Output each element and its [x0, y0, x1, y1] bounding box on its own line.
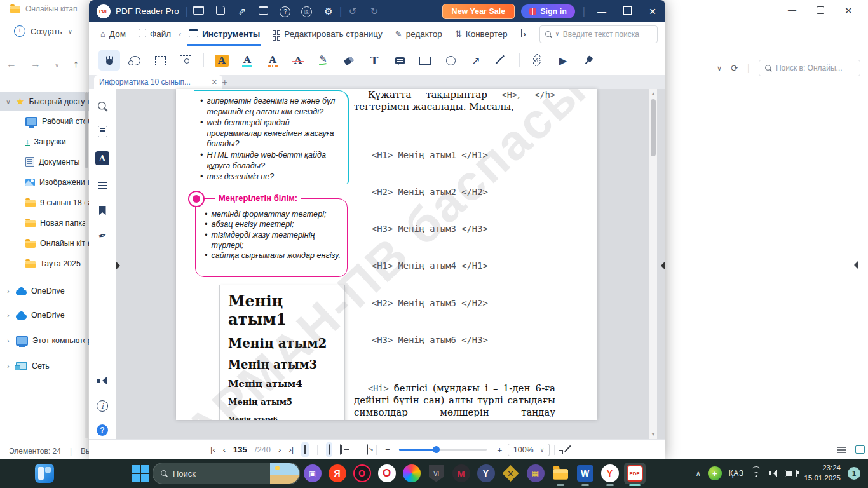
eraser-icon[interactable] [338, 50, 360, 71]
taskbar-app-yandex-services[interactable]: Y [475, 463, 497, 484]
password-key-icon[interactable]: ⚿ [296, 5, 318, 18]
hand-tool-icon[interactable] [98, 50, 120, 71]
search-panel-icon[interactable] [89, 97, 116, 116]
keyboard-language[interactable]: ҚАЗ [729, 469, 744, 478]
play-media-icon[interactable]: ▶ [552, 50, 574, 71]
menu-home[interactable]: ⌂ Дом [94, 22, 132, 46]
details-view-icon[interactable] [837, 447, 846, 448]
antivirus-tray-icon[interactable]: + [708, 466, 722, 480]
widgets-button[interactable] [34, 463, 55, 484]
sidebar-item-quick-access[interactable]: ∨ ★ Быстрый доступ [0, 92, 94, 111]
menu-scroll-right-icon[interactable]: › [522, 30, 527, 39]
redo-icon[interactable]: ↻ [363, 6, 385, 17]
pin-stamp-icon[interactable] [578, 50, 599, 71]
tray-chevron-up-icon[interactable]: ∧ [696, 470, 701, 478]
multi-page-view-icon[interactable] [349, 445, 349, 454]
taskbar-app-yandex-browser[interactable]: Y [599, 463, 621, 484]
settings-gear-icon[interactable]: ⚙ [318, 6, 339, 17]
taskbar-app-pdf-reader[interactable]: PDF [624, 463, 646, 484]
sidebar-item-onedrive-1[interactable]: › OneDrive [0, 281, 94, 301]
support-help-icon[interactable]: ? [89, 421, 116, 440]
left-panel-expand-icon[interactable] [116, 262, 124, 269]
taskbar-app-clan[interactable]: ✕ [500, 463, 522, 484]
notification-badge[interactable]: 1 [848, 467, 860, 480]
search-highlight-image[interactable] [270, 463, 299, 484]
taskbar-search[interactable]: Поиск [153, 463, 300, 484]
fit-width-icon[interactable] [301, 442, 309, 457]
taskbar-app-video-call[interactable]: ▣ [302, 463, 323, 484]
menu-converter[interactable]: ⇅ Конвертер [449, 22, 514, 46]
presentation-mode-icon[interactable] [367, 445, 368, 454]
scrollbar-thumb[interactable] [651, 99, 656, 156]
info-icon[interactable]: i [89, 396, 116, 416]
taskbar-app-opera-gx[interactable]: O [351, 463, 373, 484]
zoom-level-select[interactable]: 100% ∨ [508, 444, 550, 456]
close-icon[interactable]: ✕ [640, 6, 665, 17]
next-page-icon[interactable]: › [278, 445, 281, 454]
create-button[interactable]: + Создать ∨ [14, 25, 73, 37]
menu-scroll-left-icon[interactable]: ‹ [177, 30, 182, 39]
link-tool-icon[interactable] [527, 50, 548, 71]
taskbar-app-photos[interactable] [401, 463, 423, 484]
sign-in-button[interactable]: Sign in [521, 4, 575, 18]
zoom-slider[interactable] [399, 449, 487, 451]
minimize-icon[interactable]: — [589, 6, 614, 17]
share-icon[interactable]: ⇗ [231, 6, 253, 17]
taskbar-app-opera[interactable]: O [376, 463, 398, 484]
arrow-tool-icon[interactable]: ↗ [465, 50, 487, 71]
underline-tool-icon[interactable]: A [236, 50, 258, 71]
menu-edit-page[interactable]: Редактировать страницу [266, 22, 388, 46]
zoom-area-icon[interactable] [175, 50, 196, 71]
up-icon[interactable]: ↑ [73, 58, 78, 70]
sidebar-item-network[interactable]: › Сеть [0, 356, 94, 376]
prev-page-icon[interactable]: ‹ [223, 445, 226, 454]
thumbnails-panel-icon[interactable] [89, 122, 116, 141]
taskbar-app-mir-tankov[interactable]: М [451, 463, 472, 484]
annotations-panel-icon[interactable]: A [89, 149, 116, 168]
strikeout-tool-icon[interactable]: A [287, 50, 309, 71]
start-button[interactable] [130, 463, 151, 484]
chevron-down-icon[interactable]: ∨ [717, 64, 722, 72]
close-icon[interactable]: ✕ [844, 5, 853, 17]
taskbar-app-wot[interactable]: Ⅵ [426, 463, 447, 484]
marquee-select-icon[interactable] [149, 50, 171, 71]
right-panel-expand-icon[interactable] [657, 262, 665, 269]
single-page-view-icon[interactable] [326, 442, 332, 457]
squiggly-tool-icon[interactable]: A [262, 50, 283, 71]
explorer-scrollbar[interactable] [85, 92, 88, 438]
back-icon[interactable]: ← [6, 58, 17, 70]
print-icon[interactable] [253, 6, 275, 17]
document-tab[interactable]: Информатика 10 сынып... ✕ [94, 75, 222, 89]
taskbar-app-word[interactable]: W [574, 463, 596, 484]
outline-panel-icon[interactable] [89, 175, 116, 194]
zoom-out-icon[interactable]: − [385, 445, 390, 454]
zoom-slider-knob[interactable] [433, 446, 440, 453]
text-tool-icon[interactable]: T [363, 50, 385, 71]
taskbar-app-explorer[interactable] [550, 463, 571, 484]
note-comment-icon[interactable] [389, 50, 410, 71]
battery-icon[interactable] [785, 470, 797, 477]
zoom-in-icon[interactable]: ＋ [496, 444, 504, 456]
pdf-vertical-scrollbar[interactable]: ▲ ▼ [649, 89, 657, 440]
sidebar-item-onedrive-2[interactable]: › OneDrive [0, 306, 94, 325]
open-file-icon[interactable] [188, 6, 210, 17]
menu-editor[interactable]: ✎ редактор [389, 22, 449, 46]
history-chevron-icon[interactable]: ∨ [55, 62, 59, 70]
menu-tools[interactable]: Инструменты [182, 22, 266, 46]
page-number-input[interactable]: 135 [233, 445, 247, 454]
freehand-pen-icon[interactable] [313, 50, 334, 71]
new-year-sale-button[interactable]: New Year Sale [442, 4, 515, 19]
scroll-down-icon[interactable]: ▼ [649, 431, 657, 438]
read-aloud-icon[interactable] [89, 371, 116, 390]
maximize-icon[interactable] [614, 6, 640, 17]
lasso-select-icon[interactable] [124, 50, 146, 71]
explorer-tab[interactable]: Онлайын кітап [10, 4, 77, 13]
thumbnail-view-icon[interactable] [855, 445, 865, 454]
undo-icon[interactable]: ↺ [342, 6, 363, 17]
scroll-up-icon[interactable]: ▲ [649, 90, 657, 98]
taskbar-app-game-center[interactable]: ▦ [525, 463, 546, 484]
taskbar-app-yandex[interactable]: Я [327, 463, 348, 484]
save-icon[interactable] [210, 6, 231, 17]
wifi-icon[interactable] [750, 470, 762, 478]
explorer-search-input[interactable]: Поиск в: Онлайы... [759, 60, 860, 76]
